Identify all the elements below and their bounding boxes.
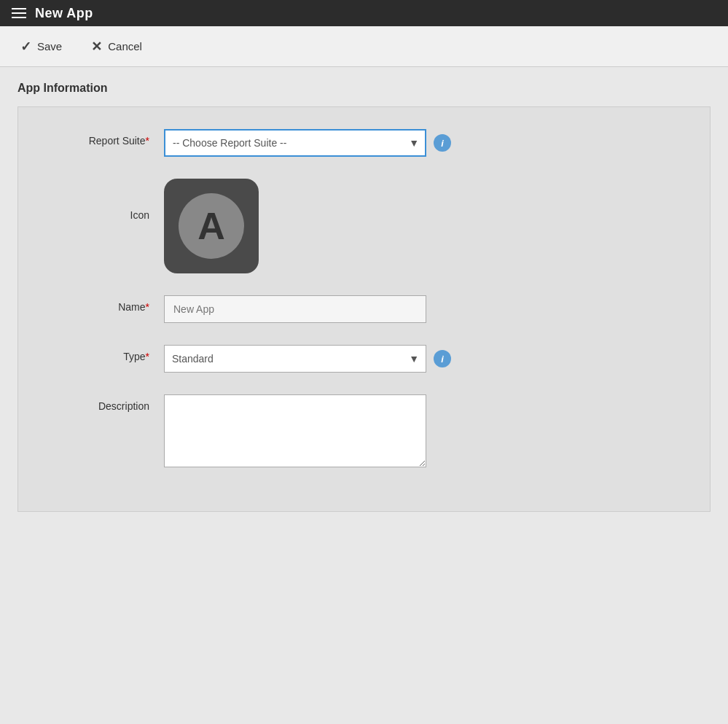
description-control [164,394,426,467]
name-control [164,295,426,323]
toolbar: ✓ Save ✕ Cancel [0,26,728,67]
app-icon-letter: A [179,193,244,259]
type-control: Standard Enterprise ▼ i [164,345,451,373]
name-row: Name* [33,295,695,323]
type-label: Type* [33,345,164,362]
app-information-form: Report Suite* -- Choose Report Suite -- … [17,106,711,512]
type-select[interactable]: Standard Enterprise [164,345,426,373]
type-required-indicator: * [146,351,149,362]
report-suite-select-wrapper: -- Choose Report Suite -- ▼ [164,129,426,157]
icon-row: Icon A [33,179,695,273]
name-label: Name* [33,295,164,313]
save-button[interactable]: ✓ Save [15,36,68,58]
icon-control: A [164,179,259,273]
header-bar: New App [0,0,728,26]
description-row: Description [33,394,695,467]
name-required-indicator: * [146,301,149,313]
page-title: New App [35,6,93,21]
description-label: Description [33,394,164,412]
report-suite-info-icon[interactable]: i [434,134,451,152]
report-suite-label: Report Suite* [33,129,164,147]
cancel-button[interactable]: ✕ Cancel [85,36,148,58]
check-icon: ✓ [20,39,31,55]
main-content: App Information Report Suite* -- Choose … [0,67,728,526]
section-title: App Information [17,82,711,95]
app-icon-display[interactable]: A [164,179,259,273]
cancel-label: Cancel [108,40,142,52]
required-indicator: * [146,135,149,147]
save-label: Save [37,40,62,52]
type-select-wrapper: Standard Enterprise ▼ [164,345,426,373]
hamburger-menu-icon[interactable] [12,8,26,18]
description-textarea[interactable] [164,394,426,467]
report-suite-select[interactable]: -- Choose Report Suite -- [164,129,426,157]
name-input[interactable] [164,295,426,323]
type-info-icon[interactable]: i [434,350,451,367]
report-suite-row: Report Suite* -- Choose Report Suite -- … [33,129,695,157]
icon-label: Icon [33,179,164,221]
close-icon: ✕ [91,39,102,55]
type-row: Type* Standard Enterprise ▼ i [33,345,695,373]
report-suite-control: -- Choose Report Suite -- ▼ i [164,129,451,157]
